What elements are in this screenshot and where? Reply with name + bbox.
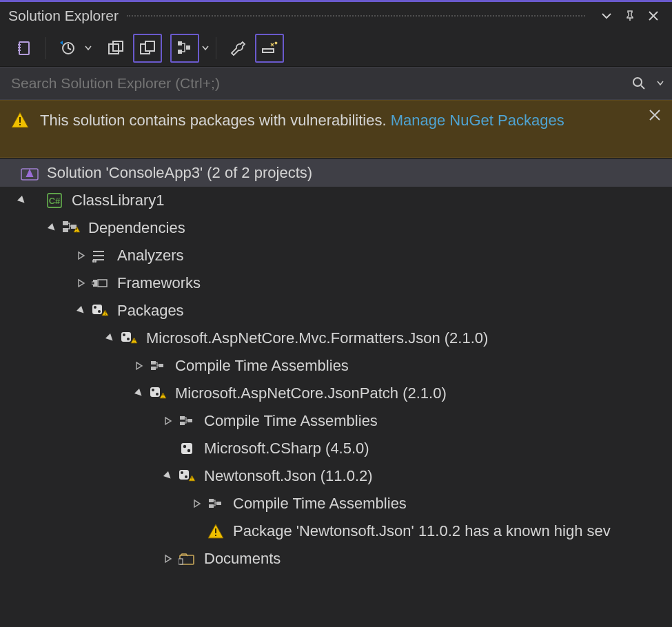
svg-point-32 — [123, 333, 125, 336]
show-all-files-icon[interactable] — [170, 34, 199, 63]
svg-rect-9 — [263, 49, 274, 52]
package-node[interactable]: Microsoft.AspNetCore.JsonPatch (2.1.0) — [0, 380, 672, 407]
svg-rect-39 — [150, 387, 160, 397]
svg-point-49 — [187, 449, 190, 452]
svg-point-41 — [156, 393, 159, 395]
switch-views-dropdown-icon[interactable] — [83, 45, 93, 51]
node-label: Compile Time Assemblies — [175, 357, 349, 375]
svg-point-40 — [152, 389, 154, 391]
svg-rect-20 — [77, 231, 77, 232]
project-node[interactable]: C# ClassLibrary1 — [0, 187, 672, 214]
package-node[interactable]: Microsoft.AspNetCore.Mvc.Formatters.Json… — [0, 325, 672, 352]
svg-rect-56 — [209, 504, 214, 508]
frameworks-icon — [90, 273, 110, 294]
svg-rect-24 — [98, 280, 107, 287]
node-label: Microsoft.AspNetCore.Mvc.Formatters.Json… — [146, 329, 488, 347]
expand-icon[interactable] — [160, 416, 176, 426]
pin-icon[interactable] — [620, 6, 640, 26]
preview-icon[interactable] — [255, 34, 284, 63]
compile-time-assemblies-node[interactable]: Compile Time Assemblies — [0, 407, 672, 435]
expand-icon[interactable] — [160, 554, 176, 564]
svg-rect-38 — [159, 364, 163, 367]
search-icon[interactable] — [622, 76, 655, 91]
svg-rect-8 — [186, 45, 190, 50]
node-label: ClassLibrary1 — [72, 192, 165, 209]
close-icon[interactable] — [643, 6, 664, 26]
notice-close-icon[interactable] — [649, 109, 661, 121]
vulnerability-warning-node[interactable]: Package 'Newtonsoft.Json' 11.0.2 has a k… — [0, 517, 672, 545]
svg-rect-61 — [179, 559, 183, 564]
expand-icon[interactable] — [73, 251, 90, 260]
expand-icon[interactable] — [189, 499, 205, 508]
solution-tree[interactable]: Solution 'ConsoleApp3' (2 of 2 projects)… — [0, 158, 672, 627]
expand-icon[interactable] — [102, 333, 119, 343]
dependencies-node[interactable]: Dependencies — [0, 214, 672, 242]
expand-icon[interactable] — [44, 223, 61, 233]
home-icon[interactable] — [10, 34, 39, 63]
node-label: Package 'Newtonsoft.Json' 11.0.2 has a k… — [233, 522, 611, 540]
svg-rect-36 — [151, 361, 156, 364]
solution-node[interactable]: Solution 'ConsoleApp3' (2 of 2 projects) — [0, 159, 672, 187]
svg-rect-44 — [180, 416, 185, 420]
analyzers-icon: i — [90, 245, 110, 266]
expand-icon[interactable] — [14, 196, 30, 205]
expand-icon[interactable] — [160, 471, 176, 481]
svg-rect-16 — [63, 221, 68, 225]
svg-rect-26 — [92, 305, 102, 314]
svg-rect-42 — [163, 394, 163, 396]
svg-point-48 — [183, 445, 186, 448]
search-options-dropdown-icon[interactable] — [655, 81, 665, 86]
search-input[interactable] — [0, 68, 622, 99]
svg-rect-35 — [134, 342, 134, 342]
svg-rect-7 — [178, 50, 182, 54]
svg-rect-12 — [19, 124, 21, 125]
node-label: Packages — [117, 302, 184, 320]
frameworks-node[interactable]: Frameworks — [0, 269, 672, 297]
csharp-project-icon: C# — [44, 190, 65, 211]
analyzers-node[interactable]: i Analyzers — [0, 242, 672, 269]
toolbar-separator — [216, 37, 216, 59]
expand-icon[interactable] — [131, 389, 147, 398]
svg-text:C#: C# — [49, 196, 61, 206]
package-icon — [176, 438, 197, 459]
nesting-icon[interactable] — [101, 34, 130, 63]
sync-icon[interactable] — [133, 34, 162, 63]
expand-icon[interactable] — [131, 361, 147, 371]
svg-rect-31 — [121, 332, 131, 342]
dependencies-icon — [61, 218, 81, 238]
svg-point-51 — [181, 471, 183, 474]
svg-rect-57 — [216, 502, 221, 505]
package-node[interactable]: Newtonsoft.Json (11.0.2) — [0, 462, 672, 490]
node-label: Analyzers — [117, 247, 184, 265]
switch-views-icon[interactable] — [53, 34, 82, 63]
show-all-files-dropdown-icon[interactable] — [201, 45, 210, 51]
svg-rect-5 — [145, 41, 154, 51]
svg-rect-47 — [181, 443, 192, 454]
notice-text: This solution contains packages with vul… — [40, 112, 391, 129]
node-label: Microsoft.CSharp (4.5.0) — [204, 440, 369, 458]
grip-dots[interactable] — [127, 15, 585, 17]
compile-time-assemblies-node[interactable]: Compile Time Assemblies — [0, 352, 672, 380]
compile-time-assemblies-node[interactable]: Compile Time Assemblies — [0, 490, 672, 517]
toolbar-separator — [45, 37, 46, 59]
warning-icon — [11, 112, 29, 128]
package-warning-icon — [176, 466, 197, 486]
svg-rect-17 — [63, 228, 68, 232]
manage-nuget-link[interactable]: Manage NuGet Packages — [391, 112, 564, 129]
node-label: Compile Time Assemblies — [233, 495, 407, 513]
node-label: Microsoft.AspNetCore.JsonPatch (2.1.0) — [175, 384, 447, 402]
svg-rect-34 — [134, 339, 134, 341]
svg-rect-54 — [192, 480, 192, 480]
svg-rect-50 — [179, 470, 189, 480]
expand-icon[interactable] — [73, 306, 90, 316]
warning-icon — [205, 521, 226, 542]
svg-text:i: i — [94, 259, 94, 263]
properties-icon[interactable] — [223, 34, 252, 63]
packages-node[interactable]: Packages — [0, 297, 672, 325]
node-label: Documents — [204, 550, 281, 568]
window-options-dropdown-icon[interactable] — [596, 6, 617, 26]
package-node[interactable]: Microsoft.CSharp (4.5.0) — [0, 435, 672, 462]
panel-title: Solution Explorer — [8, 8, 119, 24]
expand-icon[interactable] — [73, 278, 90, 288]
documents-node[interactable]: Documents — [0, 545, 672, 573]
